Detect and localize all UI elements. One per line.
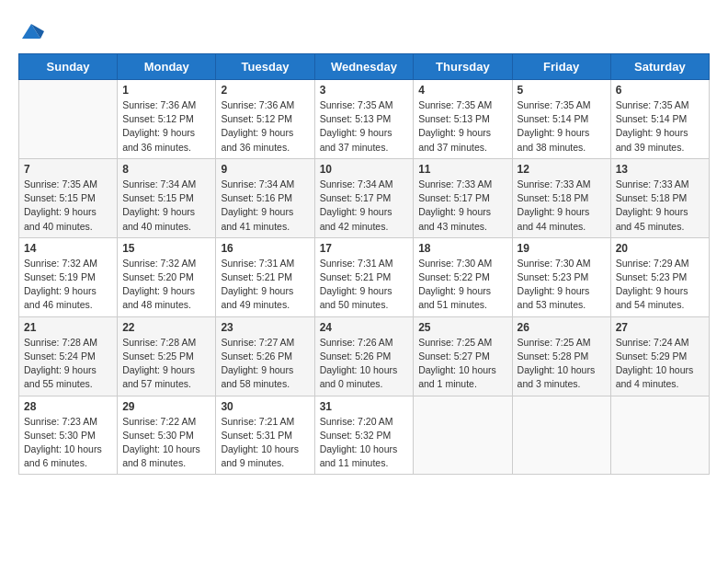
- daylight-text: Daylight: 10 hours and 6 minutes.: [24, 443, 102, 468]
- calendar-week-row: 28Sunrise: 7:23 AMSunset: 5:30 PMDayligh…: [19, 396, 710, 475]
- daylight-text: Daylight: 10 hours and 0 minutes.: [320, 364, 398, 389]
- day-info: Sunrise: 7:31 AMSunset: 5:21 PMDaylight:…: [320, 257, 409, 313]
- calendar-cell: [414, 396, 512, 475]
- day-number: 14: [24, 242, 112, 255]
- sunset-text: Sunset: 5:12 PM: [122, 113, 194, 124]
- day-info: Sunrise: 7:35 AMSunset: 5:13 PMDaylight:…: [418, 98, 506, 155]
- calendar-cell: 20Sunrise: 7:29 AMSunset: 5:23 PMDayligh…: [610, 237, 709, 316]
- day-info: Sunrise: 7:35 AMSunset: 5:15 PMDaylight:…: [24, 178, 112, 234]
- column-header-friday: Friday: [512, 54, 610, 80]
- day-number: 5: [518, 84, 606, 97]
- daylight-text: Daylight: 9 hours and 53 minutes.: [518, 285, 590, 310]
- sunrise-text: Sunrise: 7:25 AM: [418, 337, 492, 348]
- day-info: Sunrise: 7:21 AMSunset: 5:31 PMDaylight:…: [221, 415, 309, 471]
- day-info: Sunrise: 7:34 AMSunset: 5:15 PMDaylight:…: [122, 178, 210, 234]
- sunset-text: Sunset: 5:29 PM: [616, 350, 688, 362]
- day-info: Sunrise: 7:30 AMSunset: 5:22 PMDaylight:…: [418, 257, 506, 313]
- day-info: Sunrise: 7:33 AMSunset: 5:18 PMDaylight:…: [518, 178, 606, 234]
- day-number: 16: [221, 242, 309, 255]
- day-info: Sunrise: 7:32 AMSunset: 5:19 PMDaylight:…: [24, 257, 112, 313]
- daylight-text: Daylight: 9 hours and 57 minutes.: [122, 364, 195, 389]
- day-number: 8: [122, 163, 210, 176]
- sunrise-text: Sunrise: 7:33 AM: [616, 178, 689, 190]
- sunset-text: Sunset: 5:13 PM: [418, 113, 490, 124]
- column-header-wednesday: Wednesday: [314, 54, 414, 80]
- daylight-text: Daylight: 9 hours and 55 minutes.: [24, 364, 97, 389]
- sunrise-text: Sunrise: 7:31 AM: [320, 258, 393, 269]
- day-info: Sunrise: 7:35 AMSunset: 5:14 PMDaylight:…: [518, 98, 606, 155]
- sunrise-text: Sunrise: 7:35 AM: [320, 99, 393, 110]
- calendar-cell: 3Sunrise: 7:35 AMSunset: 5:13 PMDaylight…: [314, 80, 414, 159]
- day-number: 17: [320, 242, 409, 255]
- daylight-text: Daylight: 9 hours and 39 minutes.: [616, 127, 688, 152]
- sunset-text: Sunset: 5:13 PM: [320, 113, 392, 124]
- sunrise-text: Sunrise: 7:22 AM: [122, 416, 196, 427]
- day-number: 15: [122, 242, 210, 255]
- sunset-text: Sunset: 5:17 PM: [320, 192, 392, 203]
- calendar-cell: 16Sunrise: 7:31 AMSunset: 5:21 PMDayligh…: [216, 237, 314, 316]
- sunrise-text: Sunrise: 7:33 AM: [418, 178, 492, 190]
- calendar-cell: 7Sunrise: 7:35 AMSunset: 5:15 PMDaylight…: [19, 158, 118, 237]
- sunrise-text: Sunrise: 7:30 AM: [518, 258, 591, 269]
- calendar-cell: 12Sunrise: 7:33 AMSunset: 5:18 PMDayligh…: [512, 158, 610, 237]
- daylight-text: Daylight: 9 hours and 41 minutes.: [221, 206, 293, 231]
- sunset-text: Sunset: 5:26 PM: [320, 350, 392, 362]
- day-info: Sunrise: 7:36 AMSunset: 5:12 PMDaylight:…: [221, 98, 309, 155]
- daylight-text: Daylight: 9 hours and 43 minutes.: [418, 206, 491, 231]
- day-info: Sunrise: 7:32 AMSunset: 5:20 PMDaylight:…: [122, 257, 210, 313]
- sunrise-text: Sunrise: 7:35 AM: [518, 99, 591, 110]
- day-number: 26: [518, 321, 606, 334]
- day-number: 25: [418, 321, 506, 334]
- sunset-text: Sunset: 5:19 PM: [24, 271, 96, 282]
- day-number: 7: [24, 163, 112, 176]
- day-number: 23: [221, 321, 309, 334]
- sunset-text: Sunset: 5:21 PM: [320, 271, 392, 282]
- calendar-cell: 21Sunrise: 7:28 AMSunset: 5:24 PMDayligh…: [19, 316, 118, 396]
- sunset-text: Sunset: 5:15 PM: [122, 192, 194, 203]
- calendar-cell: 29Sunrise: 7:22 AMSunset: 5:30 PMDayligh…: [118, 396, 216, 475]
- calendar-cell: 17Sunrise: 7:31 AMSunset: 5:21 PMDayligh…: [314, 237, 414, 316]
- calendar-cell: [512, 396, 610, 475]
- sunrise-text: Sunrise: 7:34 AM: [221, 178, 294, 190]
- day-number: 29: [122, 400, 210, 413]
- daylight-text: Daylight: 9 hours and 40 minutes.: [24, 206, 97, 231]
- day-number: 1: [122, 84, 210, 97]
- day-number: 22: [122, 321, 210, 334]
- sunset-text: Sunset: 5:18 PM: [518, 192, 589, 203]
- daylight-text: Daylight: 9 hours and 49 minutes.: [221, 285, 293, 310]
- day-info: Sunrise: 7:33 AMSunset: 5:17 PMDaylight:…: [418, 178, 506, 234]
- day-number: 3: [320, 84, 409, 97]
- sunrise-text: Sunrise: 7:28 AM: [24, 337, 97, 348]
- daylight-text: Daylight: 10 hours and 9 minutes.: [221, 443, 299, 468]
- sunrise-text: Sunrise: 7:36 AM: [122, 99, 196, 110]
- sunset-text: Sunset: 5:14 PM: [518, 113, 589, 124]
- day-info: Sunrise: 7:24 AMSunset: 5:29 PMDaylight:…: [616, 336, 704, 392]
- sunset-text: Sunset: 5:12 PM: [221, 113, 292, 124]
- logo: [18, 18, 48, 44]
- sunset-text: Sunset: 5:26 PM: [221, 350, 292, 362]
- sunset-text: Sunset: 5:27 PM: [418, 350, 490, 362]
- day-number: 24: [320, 321, 409, 334]
- daylight-text: Daylight: 10 hours and 1 minute.: [418, 364, 496, 389]
- day-number: 4: [418, 84, 506, 97]
- daylight-text: Daylight: 9 hours and 44 minutes.: [518, 206, 590, 231]
- day-number: 18: [418, 242, 506, 255]
- column-header-sunday: Sunday: [19, 54, 118, 80]
- calendar-cell: 25Sunrise: 7:25 AMSunset: 5:27 PMDayligh…: [414, 316, 512, 396]
- day-info: Sunrise: 7:28 AMSunset: 5:25 PMDaylight:…: [122, 336, 210, 392]
- sunrise-text: Sunrise: 7:23 AM: [24, 416, 97, 427]
- day-info: Sunrise: 7:26 AMSunset: 5:26 PMDaylight:…: [320, 336, 409, 392]
- calendar-cell: 15Sunrise: 7:32 AMSunset: 5:20 PMDayligh…: [118, 237, 216, 316]
- day-info: Sunrise: 7:34 AMSunset: 5:17 PMDaylight:…: [320, 178, 409, 234]
- calendar-cell: 22Sunrise: 7:28 AMSunset: 5:25 PMDayligh…: [118, 316, 216, 396]
- day-number: 20: [616, 242, 704, 255]
- day-number: 30: [221, 400, 309, 413]
- calendar-cell: 26Sunrise: 7:25 AMSunset: 5:28 PMDayligh…: [512, 316, 610, 396]
- daylight-text: Daylight: 9 hours and 40 minutes.: [122, 206, 195, 231]
- sunrise-text: Sunrise: 7:27 AM: [221, 337, 294, 348]
- sunrise-text: Sunrise: 7:35 AM: [616, 99, 689, 110]
- day-info: Sunrise: 7:35 AMSunset: 5:14 PMDaylight:…: [616, 98, 704, 155]
- calendar-cell: 9Sunrise: 7:34 AMSunset: 5:16 PMDaylight…: [216, 158, 314, 237]
- sunrise-text: Sunrise: 7:21 AM: [221, 416, 294, 427]
- sunrise-text: Sunrise: 7:35 AM: [24, 178, 97, 190]
